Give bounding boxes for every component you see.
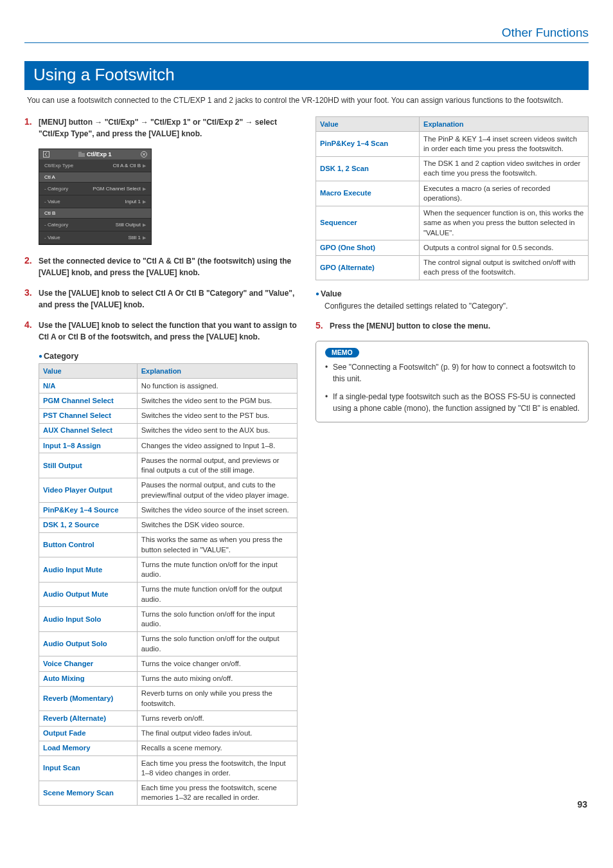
back-icon [43, 151, 49, 158]
category-name: Video Player Output [39, 478, 138, 503]
col-value: Value [316, 117, 420, 132]
category-table: Value Explanation N/ANo function is assi… [39, 363, 298, 806]
step-2: 2. Set the connected device to "Ctl A & … [24, 255, 298, 278]
category-explanation: Switches the DSK video source. [137, 518, 297, 532]
category-name: Audio Output Solo [39, 631, 138, 656]
category-explanation: Changes the video assigned to Input 1–8. [137, 439, 297, 453]
category-explanation: Turns the solo function on/off for the o… [137, 631, 297, 656]
category-explanation: Turns the mute function on/off for the i… [137, 557, 297, 583]
step-4: 4. Use the [VALUE] knob to select the fu… [24, 320, 298, 343]
category-name: PGM Channel Select [39, 393, 138, 408]
tab-icon [78, 152, 85, 157]
category-name: Audio Output Mute [39, 582, 138, 607]
table-row: Audio Input MuteTurns the mute function … [39, 557, 298, 583]
category-explanation: Reverb turns on only while you press the… [137, 686, 297, 711]
table-row: DSK 1, 2 ScanThe DSK 1 and 2 caption vid… [316, 156, 589, 181]
step-5: 5. Press the [MENU] button to close the … [315, 320, 589, 332]
table-row: Input 1–8 AssignChanges the video assign… [39, 439, 298, 453]
category-name: Output Fade [39, 726, 138, 741]
category-explanation: The DSK 1 and 2 caption video switches i… [420, 156, 589, 181]
category-explanation: Switches the video source of the inset s… [137, 503, 297, 518]
svg-rect-2 [78, 152, 82, 154]
category-name: PinP&Key 1–4 Scan [316, 132, 420, 157]
page-number: 93 [577, 799, 587, 809]
col-value: Value [39, 364, 138, 379]
memo-box: MEMO See "Connecting a Footswitch" (p. 9… [315, 341, 589, 422]
step-number: 4. [24, 320, 39, 343]
table-row: PGM Channel SelectSwitches the video sen… [39, 393, 298, 408]
table-row: Macro ExecuteExecutes a macro (a series … [316, 181, 589, 206]
table-row: Scene Memory ScanEach time you press the… [39, 781, 298, 806]
category-explanation: The final output video fades in/out. [137, 726, 297, 741]
category-explanation: Each time you press the footswitch, scen… [137, 781, 297, 806]
category-explanation: The PinP & KEY 1–4 inset screen videos s… [420, 132, 589, 157]
step-1-text-a: [MENU] button [39, 118, 94, 127]
category-explanation: Each time you press the footswitch, the … [137, 756, 297, 781]
category-explanation: Pauses the normal output, and previews o… [137, 453, 297, 478]
category-explanation: Switches the video sent to the AUX bus. [137, 423, 297, 438]
category-explanation: Switches the video sent to the PST bus. [137, 408, 297, 423]
category-explanation: No function is assigned. [137, 379, 297, 393]
category-name: Load Memory [39, 741, 138, 755]
category-explanation: Turns the auto mixing on/off. [137, 671, 297, 686]
category-name: AUX Channel Select [39, 423, 138, 438]
value-heading: Value [315, 289, 589, 298]
category-name: PinP&Key 1–4 Source [39, 503, 138, 518]
step-number: 3. [24, 287, 39, 311]
step-3: 3. Use the [VALUE] knob to select Ctl A … [24, 287, 298, 311]
category-name: DSK 1, 2 Source [39, 518, 138, 532]
table-row: AUX Channel SelectSwitches the video sen… [39, 423, 298, 438]
category-name: Reverb (Momentary) [39, 686, 138, 711]
table-row: Reverb (Momentary)Reverb turns on only w… [39, 686, 298, 711]
category-name: Macro Execute [316, 181, 420, 206]
table-row: Still OutputPauses the normal output, an… [39, 453, 298, 478]
category-explanation: Pauses the normal output, and cuts to th… [137, 478, 297, 503]
header-rule [24, 42, 589, 43]
table-row: PinP&Key 1–4 ScanThe PinP & KEY 1–4 inse… [316, 132, 589, 157]
category-explanation: Turns the solo function on/off for the i… [137, 607, 297, 632]
col-explanation: Explanation [137, 364, 297, 379]
table-row: Video Player OutputPauses the normal out… [39, 478, 298, 503]
category-name: Auto Mixing [39, 671, 138, 686]
category-name: Sequencer [316, 206, 420, 240]
step-number: 2. [24, 255, 39, 278]
category-explanation: When the sequencer function is on, this … [420, 206, 589, 240]
category-explanation: Switches the video sent to the PGM bus. [137, 393, 297, 408]
arrow-icon: → [141, 118, 148, 127]
page-title: Using a Footswitch [24, 61, 589, 90]
category-name: DSK 1, 2 Scan [316, 156, 420, 181]
table-row: PinP&Key 1–4 SourceSwitches the video so… [39, 503, 298, 518]
category-explanation: Turns the mute function on/off for the o… [137, 582, 297, 607]
memo-item: See "Connecting a Footswitch" (p. 9) for… [325, 361, 580, 384]
table-row: Load MemoryRecalls a scene memory. [39, 741, 298, 755]
arrow-icon: → [245, 118, 253, 127]
table-row: GPO (Alternate)The control signal output… [316, 255, 589, 280]
table-row: GPO (One Shot)Outputs a control signal f… [316, 240, 589, 255]
menu-title: Ctl/Exp 1 [49, 151, 141, 158]
table-row: Voice ChangerTurns the voice changer on/… [39, 656, 298, 671]
table-row: Output FadeThe final output video fades … [39, 726, 298, 741]
step-1-text-b: "Ctl/Exp" [105, 118, 141, 127]
col-explanation: Explanation [420, 117, 589, 132]
step-3-text: Use the [VALUE] knob to select Ctl A Or … [39, 287, 298, 311]
menu-row: - ValueStill 1▶ [39, 231, 151, 244]
table-row: Audio Output MuteTurns the mute function… [39, 582, 298, 607]
menu-row: - ValueInput 1▶ [39, 195, 151, 208]
menu-row: - CategoryPGM Channel Select▶ [39, 183, 151, 195]
step-4-text: Use the [VALUE] knob to select the funct… [39, 320, 298, 343]
category-name: Scene Memory Scan [39, 781, 138, 806]
category-heading: Category [39, 352, 298, 361]
arrow-icon: → [94, 118, 102, 127]
menu-screenshot: Ctl/Exp 1 Ctl/Exp TypeCtl A & Ctl B▶Ctl … [39, 149, 152, 245]
svg-rect-0 [44, 152, 49, 158]
category-explanation: Recalls a scene memory. [137, 741, 297, 755]
category-name: N/A [39, 379, 138, 393]
close-icon [141, 151, 147, 158]
step-5-text: Press the [MENU] button to close the men… [330, 320, 589, 332]
table-row: N/ANo function is assigned. [39, 379, 298, 393]
step-number: 1. [24, 116, 39, 140]
section-header: Other Functions [24, 26, 589, 40]
table-row: DSK 1, 2 SourceSwitches the DSK video so… [39, 518, 298, 532]
category-explanation: The control signal output is switched on… [420, 255, 589, 280]
step-1: 1. [MENU] button → "Ctl/Exp" → "Ctl/Exp … [24, 116, 298, 140]
